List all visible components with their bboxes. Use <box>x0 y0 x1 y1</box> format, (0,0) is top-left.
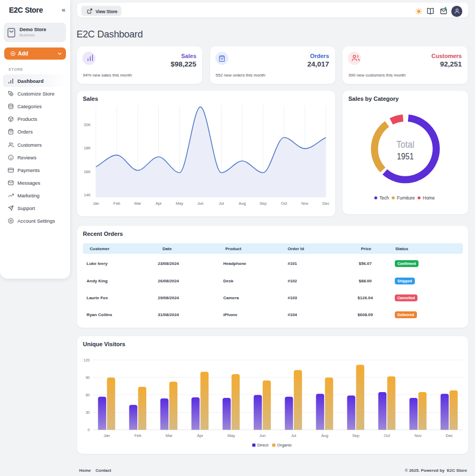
svg-text:60: 60 <box>86 393 90 397</box>
svg-text:0: 0 <box>88 428 90 432</box>
svg-text:Nov: Nov <box>301 201 309 206</box>
svg-text:90: 90 <box>86 376 90 379</box>
svg-text:May: May <box>176 201 183 206</box>
svg-text:Dec: Dec <box>446 433 453 438</box>
svg-text:Nov: Nov <box>415 433 422 438</box>
svg-text:Jun: Jun <box>197 201 204 206</box>
svg-text:16K: 16K <box>84 169 91 174</box>
svg-text:Total: Total <box>396 139 414 150</box>
svg-text:Direct: Direct <box>258 443 269 448</box>
svg-text:Tech: Tech <box>379 195 389 201</box>
svg-text:1951: 1951 <box>397 151 414 161</box>
svg-text:Jul: Jul <box>219 201 224 206</box>
svg-text:Dec: Dec <box>322 201 330 206</box>
svg-text:Jun: Jun <box>259 433 265 438</box>
svg-text:Feb: Feb <box>135 433 141 438</box>
svg-text:Mar: Mar <box>166 433 173 438</box>
svg-text:120: 120 <box>83 358 90 362</box>
svg-text:Home: Home <box>423 195 435 201</box>
svg-text:18K: 18K <box>84 146 91 150</box>
svg-text:Jan: Jan <box>103 433 110 438</box>
svg-text:Oct: Oct <box>281 201 288 206</box>
svg-text:Sep: Sep <box>260 201 267 206</box>
svg-text:Sep: Sep <box>353 433 359 438</box>
svg-text:14K: 14K <box>84 193 91 197</box>
svg-text:Furniture: Furniture <box>397 195 415 201</box>
svg-text:Jan: Jan <box>93 201 99 206</box>
svg-text:Apr: Apr <box>156 201 162 206</box>
svg-text:Organic: Organic <box>277 443 292 448</box>
svg-text:Feb: Feb <box>113 201 120 206</box>
svg-text:May: May <box>227 433 235 438</box>
svg-text:Aug: Aug <box>239 201 245 206</box>
svg-text:Apr: Apr <box>197 433 203 438</box>
svg-text:Mar: Mar <box>134 201 141 206</box>
svg-text:Oct: Oct <box>384 433 391 438</box>
svg-text:Aug: Aug <box>321 433 328 438</box>
svg-text:Jul: Jul <box>291 433 296 438</box>
svg-text:20K: 20K <box>84 122 91 127</box>
svg-text:30: 30 <box>86 411 90 414</box>
